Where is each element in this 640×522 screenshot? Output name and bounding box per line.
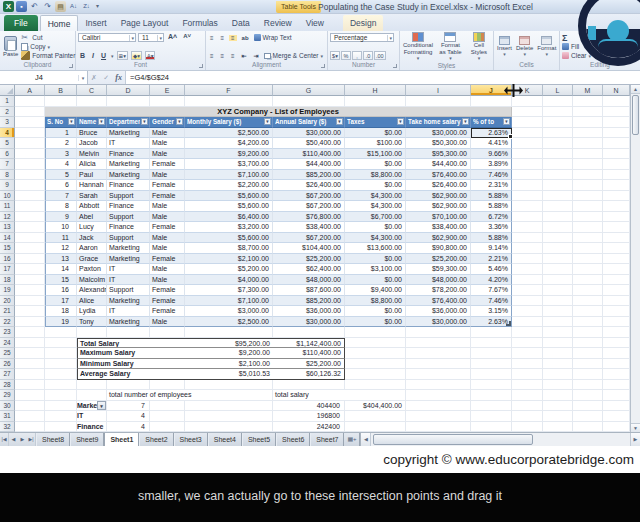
- conditional-formatting-button[interactable]: Conditional Formatting▾: [402, 32, 434, 62]
- grid-cell[interactable]: $87,600.00: [273, 285, 345, 296]
- grid-cell[interactable]: $3,100.00: [345, 264, 406, 275]
- grid-cell[interactable]: [406, 338, 471, 349]
- grid-cell[interactable]: [573, 254, 603, 265]
- grid-cell[interactable]: 2.63%: [471, 317, 512, 328]
- grid-cell[interactable]: $3,700.00: [185, 159, 273, 170]
- grid-cell[interactable]: $9,200.00: [185, 149, 273, 160]
- grid-cell[interactable]: [603, 380, 630, 391]
- grid-cell[interactable]: [15, 243, 45, 254]
- grid-cell[interactable]: [543, 317, 573, 328]
- grid-cell[interactable]: [543, 306, 573, 317]
- grid-cell[interactable]: [573, 327, 603, 338]
- grid-cell[interactable]: [471, 422, 512, 433]
- grid-cell[interactable]: [543, 296, 573, 307]
- grid-cell[interactable]: Abel: [77, 212, 107, 223]
- grid-cell[interactable]: $62,400.00: [273, 264, 345, 275]
- grid-cell[interactable]: $104,400.00: [273, 243, 345, 254]
- comma-style-icon[interactable]: ,: [352, 51, 362, 60]
- grid-cell[interactable]: $30,000.00: [406, 128, 471, 139]
- number-format-select[interactable]: Percentage▾: [330, 33, 394, 42]
- prev-sheet-icon[interactable]: ◀: [9, 433, 18, 446]
- grid-cell[interactable]: [512, 390, 543, 401]
- grid-cell[interactable]: Sarah: [77, 191, 107, 202]
- department-name-cell[interactable]: Marketing▾: [77, 401, 107, 412]
- grid-cell[interactable]: 2.21%: [471, 254, 512, 265]
- grid-cell[interactable]: $59,300.00: [406, 264, 471, 275]
- grid-cell[interactable]: Alice: [77, 296, 107, 307]
- grid-cell[interactable]: [603, 422, 630, 433]
- grid-cell[interactable]: $67,200.00: [273, 191, 345, 202]
- grid-cell[interactable]: 2: [45, 138, 77, 149]
- grid-cell[interactable]: [512, 96, 543, 107]
- grid-cell[interactable]: [512, 117, 543, 128]
- table-header-department[interactable]: Department▾: [107, 117, 150, 128]
- grid-cell[interactable]: [471, 96, 512, 107]
- grid-cell[interactable]: Finance: [107, 201, 150, 212]
- grid-cell[interactable]: $4,200.00: [185, 138, 273, 149]
- grid-cell[interactable]: [15, 170, 45, 181]
- grid-cell[interactable]: 5.46%: [471, 264, 512, 275]
- grid-cell[interactable]: [603, 359, 630, 370]
- sheet-tab-sheet4[interactable]: Sheet4: [208, 433, 242, 446]
- grid-cell[interactable]: [512, 128, 543, 139]
- grid-cell[interactable]: $30,000.00: [406, 317, 471, 328]
- grid-cell[interactable]: $76,400.00: [406, 170, 471, 181]
- name-box[interactable]: J4 ▾: [0, 71, 88, 84]
- insert-function-icon[interactable]: fx: [115, 73, 122, 82]
- row-header-30[interactable]: 30: [0, 401, 15, 412]
- grid-cell[interactable]: 3.89%: [471, 159, 512, 170]
- grid-cell[interactable]: Jacob: [77, 138, 107, 149]
- grid-cell[interactable]: [512, 212, 543, 223]
- grid-cell[interactable]: $7,300.00: [185, 285, 273, 296]
- grid-cell[interactable]: [512, 191, 543, 202]
- name-box-dropdown-icon[interactable]: ▾: [78, 75, 87, 81]
- grid-cell[interactable]: [150, 380, 185, 391]
- grid-cell[interactable]: Marketing: [107, 317, 150, 328]
- cancel-formula-icon[interactable]: ✗: [91, 74, 97, 82]
- grid-cell[interactable]: [543, 233, 573, 244]
- grid-cell[interactable]: 3: [45, 149, 77, 160]
- grid-cell[interactable]: [543, 401, 573, 412]
- grid-cell[interactable]: Lucy: [77, 222, 107, 233]
- grid-cell[interactable]: [573, 285, 603, 296]
- grid-cell[interactable]: [573, 107, 603, 118]
- grid-cell[interactable]: Female: [150, 285, 185, 296]
- grid-cell[interactable]: [15, 359, 45, 370]
- grid-cell[interactable]: [45, 380, 77, 391]
- grid-cell[interactable]: [45, 327, 77, 338]
- grid-cell[interactable]: Marketing: [107, 296, 150, 307]
- row-header-27[interactable]: 27: [0, 369, 15, 380]
- grid-cell[interactable]: [573, 338, 603, 349]
- grid-cell[interactable]: [603, 222, 630, 233]
- tab-insert[interactable]: Insert: [78, 15, 113, 31]
- grid-cell[interactable]: Hannah: [77, 180, 107, 191]
- department-name-cell[interactable]: Finance: [77, 422, 107, 433]
- grid-cell[interactable]: Male: [150, 170, 185, 181]
- grid-cell[interactable]: $62,900.00: [406, 201, 471, 212]
- row-header-7[interactable]: 7: [0, 159, 15, 170]
- grid-cell[interactable]: [77, 390, 107, 401]
- grid-cell[interactable]: [512, 233, 543, 244]
- grid-cell[interactable]: [603, 285, 630, 296]
- row-header-22[interactable]: 22: [0, 317, 15, 328]
- grid-cell[interactable]: [406, 327, 471, 338]
- tab-file[interactable]: File: [4, 15, 38, 31]
- table-header--of-to[interactable]: % of to▾: [471, 117, 512, 128]
- middle-align-icon[interactable]: ≡: [219, 35, 227, 41]
- grid-cell[interactable]: 13: [45, 254, 77, 265]
- grid-cell[interactable]: [573, 401, 603, 412]
- grid-cell[interactable]: [406, 390, 471, 401]
- grid-cell[interactable]: Jack: [77, 233, 107, 244]
- sheet-tab-sheet3[interactable]: Sheet3: [174, 433, 208, 446]
- grid-cell[interactable]: Finance: [107, 149, 150, 160]
- grid-cell[interactable]: Abbott: [77, 201, 107, 212]
- grid-cell[interactable]: $8,700.00: [185, 243, 273, 254]
- insert-cells-button[interactable]: Insert▾: [496, 32, 513, 61]
- grid-cell[interactable]: [471, 411, 512, 422]
- grid-cell[interactable]: [573, 380, 603, 391]
- grid-cell[interactable]: [543, 138, 573, 149]
- grid-cell[interactable]: [273, 327, 345, 338]
- dialog-launcher-icon[interactable]: [321, 64, 325, 68]
- grid-cell[interactable]: 19: [45, 317, 77, 328]
- grid-cell[interactable]: [543, 348, 573, 359]
